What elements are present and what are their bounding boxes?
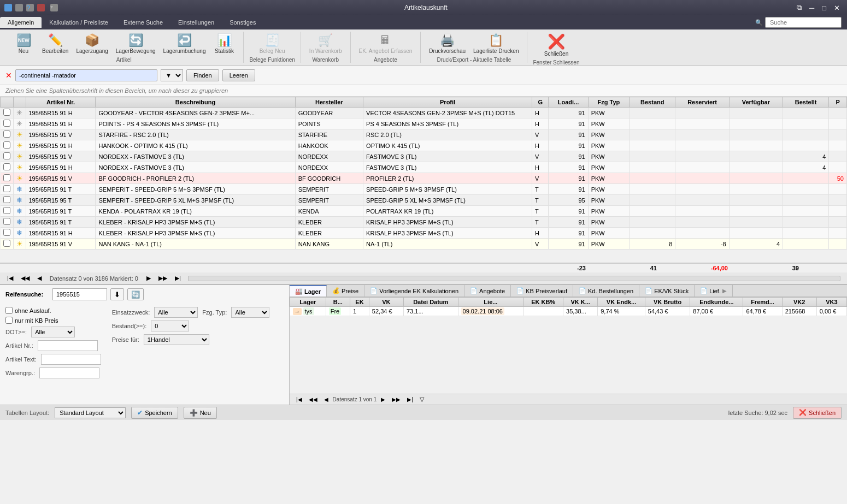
row-checkbox-cell[interactable]	[1, 195, 14, 206]
menu-item-externe-suche[interactable]: Externe Suche	[116, 17, 170, 28]
col-bestand[interactable]: Bestand	[630, 97, 675, 108]
tab-kd-bestellungen[interactable]: 📄 Kd. Bestellungen	[573, 285, 639, 297]
col-preis[interactable]: P	[829, 97, 847, 108]
footer-speichern-button[interactable]: ✔ Speichern	[131, 407, 178, 419]
lagerumbuchung-button[interactable]: ↩️ Lagerumbuchung	[161, 32, 209, 56]
table-row[interactable]: ☀ 195/65R15 91 H NORDEXX - FASTMOVE 3 (T…	[1, 162, 847, 173]
preise-fuer-select[interactable]: 1Handel	[144, 334, 209, 345]
row-checkbox-cell[interactable]	[1, 206, 14, 217]
row-checkbox-cell[interactable]	[1, 217, 14, 228]
ohne-auslauf-checkbox[interactable]	[5, 307, 13, 314]
table-row[interactable]: ❄ 195/65R15 91 T KENDA - POLARTRAX KR 19…	[1, 206, 847, 217]
bearbeiten-button[interactable]: ✏️ Bearbeiten	[39, 32, 71, 56]
tab-preise[interactable]: 💰 Preise	[327, 285, 364, 297]
col-loading[interactable]: Loadi...	[549, 97, 588, 108]
row-checkbox-cell[interactable]	[1, 162, 14, 173]
col-fzg-typ[interactable]: Fzg Typ	[588, 97, 629, 108]
reifensuche-refresh-btn[interactable]: 🔄	[127, 288, 144, 300]
neu-button[interactable]: 🆕 Neu	[10, 32, 37, 56]
lagerzugang-button[interactable]: 📦 Lagerzugang	[73, 32, 110, 56]
col-bestellt[interactable]: Bestellt	[783, 97, 829, 108]
pager-next[interactable]: ▶	[144, 274, 154, 283]
table-row[interactable]: ❄ 195/65R15 95 T SEMPERIT - SPEED-GRIP 5…	[1, 195, 847, 206]
warengrp-input[interactable]	[39, 367, 99, 378]
footer-layout-select[interactable]: Standard Layout	[55, 407, 126, 418]
tab-lager[interactable]: 🏭 Lager	[290, 285, 327, 297]
lagerliste-button[interactable]: 📋 Lagerliste Drucken	[470, 32, 521, 56]
check-ohne-auslauf[interactable]: ohne Auslauf.	[5, 307, 101, 314]
search-dropdown[interactable]: ▼	[161, 69, 183, 81]
artikel-nr-input[interactable]	[38, 340, 98, 351]
footer-neu-button[interactable]: ➕ Neu	[184, 407, 217, 419]
row-checkbox-cell[interactable]	[1, 184, 14, 195]
inner-pager-last[interactable]: ▶|	[405, 395, 415, 404]
row-checkbox-cell[interactable]	[1, 151, 14, 162]
reifensuche-down-btn[interactable]: ⬇	[110, 288, 124, 300]
pager-scrollbar[interactable]	[188, 276, 840, 281]
row-checkbox-cell[interactable]	[1, 118, 14, 129]
col-beschreibung[interactable]: Beschreibung	[96, 97, 295, 108]
table-row[interactable]: ✳ 195/65R15 91 H GOODYEAR - VECTOR 4SEAS…	[1, 108, 847, 118]
pager-prev[interactable]: ◀	[34, 274, 44, 283]
row-checkbox-cell[interactable]	[1, 129, 14, 140]
in-warenkorb-button[interactable]: 🛒 In Warenkorb	[307, 32, 345, 56]
table-row[interactable]: ☀ 195/65R15 91 V NORDEXX - FASTMOVE 3 (T…	[1, 151, 847, 162]
search-close-icon[interactable]: ✕	[5, 71, 12, 80]
table-row[interactable]: ❄ 195/65R15 91 T KLEBER - KRISALP HP3 3P…	[1, 217, 847, 228]
table-row[interactable]: ✳ 195/65R15 91 H POINTS - PS 4 SEASONS M…	[1, 118, 847, 129]
search-input[interactable]	[765, 17, 842, 28]
pager-first[interactable]: |◀	[4, 274, 16, 283]
inner-pager-first[interactable]: |◀	[294, 395, 304, 404]
statistik-button[interactable]: 📊 Statistik	[210, 32, 238, 56]
col-g[interactable]: G	[532, 97, 549, 108]
table-row[interactable]: ☀ 195/65R15 91 V STARFIRE - RSC 2.0 (TL)…	[1, 129, 847, 140]
artikel-text-input[interactable]	[41, 354, 101, 365]
menu-item-einstellungen[interactable]: Einstellungen	[170, 17, 222, 28]
close-btn[interactable]: ✕	[831, 2, 843, 13]
leeren-button[interactable]: Leeren	[222, 69, 255, 81]
row-checkbox-cell[interactable]	[1, 173, 14, 184]
col-reserviert[interactable]: Reserviert	[675, 97, 729, 108]
fzg-typ-select[interactable]: Alle	[231, 307, 269, 318]
tab-kb-preisverlauf[interactable]: 📄 KB Preisverlauf	[511, 285, 573, 297]
ek-angebot-button[interactable]: 🖩 EK. Angebot Erfassen	[356, 32, 415, 56]
table-row[interactable]: ❄ 195/65R15 91 T SEMPERIT - SPEED-GRIP 5…	[1, 184, 847, 195]
minimize-btn[interactable]: ─	[807, 2, 817, 13]
menu-item-kalkulation[interactable]: Kalkulation / Preisliste	[42, 17, 116, 28]
inner-table-container[interactable]: Lager B... EK VK Datei Datum Lie... EK K…	[290, 297, 847, 394]
row-checkbox-cell[interactable]	[1, 239, 14, 250]
col-verfuegbar[interactable]: Verfügbar	[729, 97, 783, 108]
bestand-select[interactable]: 0	[151, 321, 189, 331]
table-row[interactable]: ☀ 195/65R15 91 V BF GOODRICH - PROFILER …	[1, 173, 847, 184]
row-checkbox-cell[interactable]	[1, 140, 14, 151]
menu-item-sonstiges[interactable]: Sonstiges	[222, 17, 263, 28]
inner-pager-next[interactable]: ▶	[379, 395, 387, 404]
row-checkbox-cell[interactable]	[1, 228, 14, 239]
druckvorschau-button[interactable]: 🖨️ Druckvorschau	[426, 32, 468, 56]
schliessen-button[interactable]: ❌ Schließen	[542, 32, 571, 58]
search-field[interactable]: -continental -matador	[15, 69, 157, 81]
reifensuche-input[interactable]: 1956515	[52, 288, 107, 300]
dot-select[interactable]: Alle	[31, 327, 75, 337]
col-profil[interactable]: Profil	[363, 97, 532, 108]
finden-button[interactable]: Finden	[186, 69, 219, 81]
inner-pager-prev[interactable]: ◀	[322, 395, 331, 404]
pager-prev-fast[interactable]: ◀◀	[18, 274, 32, 283]
inner-table-row[interactable]: → tys Fre 1 52,34 € 73,1... 09.02.21 08:…	[290, 307, 847, 316]
einsatzzweck-select[interactable]: Alle	[154, 307, 198, 318]
nur-kb-preis-checkbox[interactable]	[5, 317, 13, 324]
beleg-neu-button[interactable]: 🧾 Beleg Neu	[257, 32, 288, 56]
inner-pager-next-fast[interactable]: ▶▶	[390, 395, 403, 404]
inner-pager-prev-fast[interactable]: ◀◀	[307, 395, 320, 404]
lagerbewegung-button[interactable]: 🔄 LagerBewegung	[113, 32, 158, 56]
menu-item-allgemein[interactable]: Allgemein	[0, 17, 42, 28]
main-table-container[interactable]: Artikel Nr. Beschreibung Hersteller Prof…	[0, 97, 847, 263]
tab-angebote[interactable]: 📄 Angebote	[464, 285, 511, 297]
tab-vorliege[interactable]: 📄 Vorliegende EK Kalkulationen	[364, 285, 464, 297]
title-bar-controls[interactable]: ⧉ ─ □ ✕	[794, 2, 843, 13]
table-row[interactable]: ☀ 195/65R15 91 V NAN KANG - NA-1 (TL) NA…	[1, 239, 847, 250]
tab-ek-vk-stueck[interactable]: 📄 EK/VK Stück	[639, 285, 695, 297]
footer-schliessen-button[interactable]: ❌ Schließen	[793, 407, 842, 419]
table-row[interactable]: ☀ 195/65R15 91 H HANKOOK - OPTIMO K 415 …	[1, 140, 847, 151]
maximize-btn[interactable]: □	[819, 2, 829, 13]
